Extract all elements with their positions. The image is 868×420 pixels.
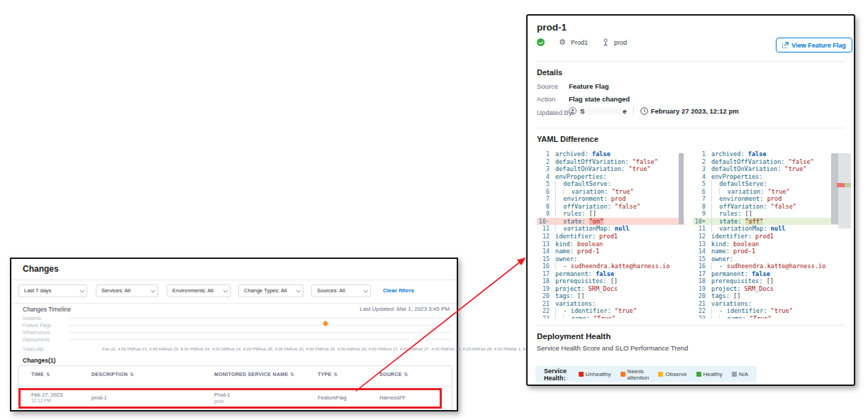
yaml-line: 10- state: "on": [537, 218, 684, 226]
column-header-description[interactable]: DESCRIPTION⇅: [91, 372, 134, 377]
clear-filters-link[interactable]: Clear filters: [383, 287, 414, 294]
filter-dropdown-changetypes[interactable]: Change Types: All: [238, 284, 304, 297]
line-code: variations:: [553, 300, 684, 308]
divider: [537, 325, 845, 326]
line-code: owner:: [709, 255, 851, 263]
line-code: prerequisites: []: [709, 277, 851, 285]
line-code: kind: boolean: [709, 241, 851, 248]
yaml-line: 7 environment: prod: [693, 195, 851, 203]
line-number: 20: [693, 292, 709, 300]
divider: [537, 61, 845, 62]
sort-icon[interactable]: ⇅: [333, 372, 338, 377]
line-code: state: "on": [553, 218, 684, 226]
line-number: 7: [693, 195, 709, 203]
column-header-time[interactable]: TIME⇅: [31, 372, 50, 377]
sort-icon[interactable]: ⇅: [404, 372, 408, 377]
detail-chips: ⚙ Prod1 prod: [537, 38, 627, 46]
filter-dropdown-sources[interactable]: Sources: All: [311, 284, 371, 297]
line-number: 5: [693, 180, 709, 188]
source-label: Source: [537, 82, 558, 90]
line-number: 23: [537, 315, 553, 319]
line-code: envProperties:: [553, 173, 684, 181]
yaml-line: 21variations:: [537, 300, 684, 308]
service-chip-label[interactable]: Prod1: [571, 39, 588, 46]
legend-item: Healthy: [696, 368, 723, 381]
filter-dropdown-environments[interactable]: Environments: All: [167, 284, 230, 297]
yaml-line: 3defaultOnVariation: "true": [537, 165, 684, 173]
timeline-row-line: [68, 318, 451, 319]
timeline-tick: Feb 23, 4:00 AM: [133, 347, 165, 351]
filter-dropdown-timerange[interactable]: Last 7 days: [18, 284, 87, 297]
line-number: 7: [537, 195, 553, 203]
yaml-line: 4envProperties:: [693, 173, 851, 181]
scrollbar-thumb[interactable]: [679, 153, 684, 224]
detail-title: prod-1: [537, 22, 567, 33]
diff-marker-deleted: [837, 183, 845, 187]
yaml-line: 14name: prod-1: [537, 248, 684, 255]
yaml-line: 19project: SRM_Docs: [537, 285, 684, 293]
environment-icon: [602, 38, 609, 46]
filter-dropdown-services[interactable]: Services: All: [96, 284, 158, 297]
yaml-line: 5 defaultServe:: [537, 180, 684, 188]
redacted-name: [586, 108, 621, 114]
line-code: archived: false: [553, 150, 684, 158]
line-code: name: "True": [553, 315, 684, 319]
change-detail-panel: prod-1 ⚙ Prod1 prod View Feature Flag De…: [526, 14, 855, 386]
yaml-line: 11 variationMap: null: [537, 225, 684, 233]
timeline-tick: Feb 25, 4:00 PM: [290, 347, 321, 351]
line-code: project: SRM_Docs: [553, 285, 684, 293]
line-number: 8: [693, 203, 709, 211]
external-link-icon: [782, 42, 789, 48]
clock-icon: [640, 107, 648, 115]
yaml-line: 22 - identifier: "true": [537, 307, 684, 315]
legend-label: Unhealthy: [586, 371, 611, 377]
line-code: environment: prod: [553, 195, 684, 203]
timeline-tick: Feb 27, 4:00 AM: [384, 347, 416, 351]
changes-count: Changes(1): [23, 357, 55, 364]
line-code: permanent: false: [553, 270, 684, 278]
yaml-line: 22 - identifier: "true": [693, 307, 851, 315]
legend-item: Observe: [658, 368, 686, 381]
column-header-service[interactable]: MONITORED SERVICE NAME⇅: [214, 372, 294, 377]
yaml-diff-right-pane: 1archived: false2defaultOffVariation: "f…: [693, 150, 851, 319]
timeline-tick: Feb 28, 4:00 AM: [447, 347, 478, 351]
chevron-down-icon: [223, 288, 228, 293]
yaml-line: 12identifier: prod1: [693, 233, 851, 241]
legend-color-swatch: [658, 372, 663, 377]
line-code: defaultOnVariation: "true": [709, 165, 851, 173]
sort-icon[interactable]: ⇅: [46, 372, 50, 377]
column-header-type[interactable]: TYPE⇅: [318, 372, 338, 377]
view-feature-flag-button[interactable]: View Feature Flag: [776, 38, 852, 52]
line-number: 16: [537, 262, 553, 270]
sort-icon[interactable]: ⇅: [130, 372, 134, 377]
line-number: 11: [693, 225, 709, 233]
yaml-line: 17permanent: false: [537, 270, 684, 278]
line-code: - sudheendra.katte@harness.io: [709, 262, 851, 270]
timeline-row-label: Incidents: [23, 316, 41, 321]
yaml-line: 16 - sudheendra.katte@harness.io: [693, 262, 851, 270]
line-code: tags: []: [553, 292, 684, 300]
line-number: 9: [537, 210, 553, 218]
timeline-tick: Feb 27, 4:00 PM: [416, 347, 447, 351]
selected-row-highlight: [18, 388, 442, 409]
line-code: defaultServe:: [553, 180, 684, 188]
line-number: 21: [693, 300, 709, 308]
column-header-source[interactable]: SOURCE⇅: [379, 372, 408, 377]
line-number: 6: [693, 188, 709, 196]
chevron-down-icon: [296, 288, 301, 293]
timeline-row-line: [68, 325, 451, 326]
sort-icon[interactable]: ⇅: [290, 372, 294, 377]
line-code: rules: []: [553, 210, 684, 218]
legend-item: Unhealthy: [579, 368, 611, 381]
yaml-line: 13kind: boolean: [693, 241, 851, 248]
environment-chip-label[interactable]: prod: [614, 39, 627, 46]
yaml-difference-heading: YAML Difference: [537, 135, 599, 143]
last-updated-text: Last Updated: Mar 1, 2023 3:45 PM: [360, 306, 450, 312]
scrollbar-thumb[interactable]: [831, 153, 838, 224]
yaml-line: 15owner:: [537, 255, 684, 263]
divider: [11, 303, 457, 304]
timeline-tick: Feb 25, 4:00 AM: [259, 347, 290, 351]
timeline-tick: Feb 24, 4:00 AM: [196, 347, 228, 351]
updated-by-name-start: S: [580, 107, 584, 115]
legend-label: Observe: [665, 371, 686, 377]
